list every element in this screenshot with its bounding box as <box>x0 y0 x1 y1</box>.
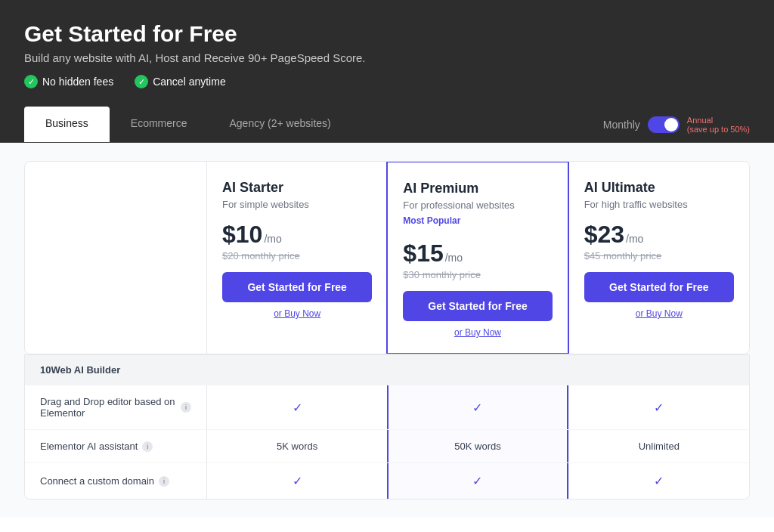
check-icon-1-ultimate: ✓ <box>654 401 664 415</box>
no-fees-label: No hidden fees <box>42 76 113 88</box>
features-table: 10Web AI Builder Drag and Drop editor ba… <box>24 354 750 500</box>
feature-val-1-ultimate: ✓ <box>568 385 749 429</box>
badge-cancel-anytime: ✓ Cancel anytime <box>135 75 226 88</box>
header-section: Get Started for Free Build any website w… <box>0 0 774 107</box>
ultimate-buy-now[interactable]: or Buy Now <box>584 308 734 319</box>
starter-name: AI Starter <box>222 180 372 196</box>
feature-val-3-ultimate: ✓ <box>568 463 749 499</box>
no-fees-check-icon: ✓ <box>24 75 38 88</box>
header-subtitle: Build any website with AI, Host and Rece… <box>24 51 750 64</box>
plan-starter-header: AI Starter For simple websites $10 /mo $… <box>207 162 387 334</box>
starter-cta-button[interactable]: Get Started for Free <box>222 272 372 302</box>
plan-premium-header: AI Premium For professional websites Mos… <box>388 162 567 353</box>
feature-row-3: Connect a custom domain i ✓ ✓ ✓ <box>25 462 749 499</box>
ultimate-period: /mo <box>626 233 643 245</box>
starter-price: $10 <box>222 221 262 249</box>
page-title: Get Started for Free <box>24 21 750 47</box>
monthly-label: Monthly <box>603 119 640 131</box>
features-col-header <box>25 162 206 354</box>
most-popular-badge: Most Popular <box>403 215 552 226</box>
feature-label-1: Drag and Drop editor based on Elementor … <box>25 385 206 429</box>
pricing-section: AI Starter For simple websites $10 /mo $… <box>0 143 774 518</box>
tabs-bar: Business Ecommerce Agency (2+ websites) … <box>0 107 774 143</box>
feature-category-row: 10Web AI Builder <box>25 354 749 385</box>
ultimate-price-row: $23 /mo <box>584 221 734 249</box>
badges-row: ✓ No hidden fees ✓ Cancel anytime <box>24 75 750 88</box>
check-icon-3-premium: ✓ <box>472 474 482 488</box>
feature-row-1: Drag and Drop editor based on Elementor … <box>25 385 749 429</box>
check-icon-1-premium: ✓ <box>472 401 482 415</box>
feature-val-2-premium: 50K words <box>387 430 568 462</box>
feature-row-2: Elementor AI assistant i 5K words 50K wo… <box>25 429 749 462</box>
feature-val-2-starter: 5K words <box>206 430 387 462</box>
toggle-knob <box>664 118 678 131</box>
premium-buy-now[interactable]: or Buy Now <box>403 327 552 338</box>
feature-val-1-starter: ✓ <box>206 385 387 429</box>
feature-val-1-premium: ✓ <box>387 385 568 429</box>
badge-no-hidden-fees: ✓ No hidden fees <box>24 75 113 88</box>
check-icon-1-starter: ✓ <box>293 401 302 415</box>
plan-premium: AI Premium For professional websites Mos… <box>386 161 568 354</box>
ultimate-original-price: $45 monthly price <box>584 250 734 261</box>
pricing-grid: AI Starter For simple websites $10 /mo $… <box>24 161 750 354</box>
starter-buy-now[interactable]: or Buy Now <box>222 308 372 319</box>
premium-cta-button[interactable]: Get Started for Free <box>403 291 552 321</box>
ultimate-cta-button[interactable]: Get Started for Free <box>584 272 734 302</box>
tab-agency[interactable]: Agency (2+ websites) <box>209 107 352 142</box>
billing-toggle: Monthly Annual (save up to 50%) <box>603 116 750 134</box>
premium-tagline: For professional websites <box>403 200 552 211</box>
cancel-check-icon: ✓ <box>135 75 148 88</box>
plan-tabs: Business Ecommerce Agency (2+ websites) <box>24 107 603 142</box>
feature-val-3-starter: ✓ <box>206 463 387 499</box>
annual-label-block: Annual (save up to 50%) <box>687 116 750 134</box>
ultimate-name: AI Ultimate <box>584 180 734 196</box>
info-icon-3[interactable]: i <box>159 476 169 487</box>
starter-tagline: For simple websites <box>222 199 372 210</box>
billing-toggle-switch[interactable] <box>648 116 680 133</box>
premium-period: /mo <box>445 252 463 264</box>
starter-price-row: $10 /mo <box>222 221 372 249</box>
plan-starter: AI Starter For simple websites $10 /mo $… <box>206 162 387 354</box>
premium-price-row: $15 /mo <box>403 240 552 268</box>
tab-business[interactable]: Business <box>24 107 110 142</box>
tab-ecommerce[interactable]: Ecommerce <box>110 107 209 142</box>
feature-val-2-ultimate: Unlimited <box>568 430 749 462</box>
premium-name: AI Premium <box>403 181 552 196</box>
check-icon-3-ultimate: ✓ <box>654 474 664 488</box>
info-icon-2[interactable]: i <box>142 441 153 452</box>
info-icon-1[interactable]: i <box>181 402 191 413</box>
feature-label-2: Elementor AI assistant i <box>25 430 206 462</box>
plan-ultimate-header: AI Ultimate For high traffic websites $2… <box>569 162 749 334</box>
cancel-label: Cancel anytime <box>153 76 226 88</box>
premium-price: $15 <box>403 240 443 268</box>
plan-ultimate: AI Ultimate For high traffic websites $2… <box>568 162 749 354</box>
feature-val-3-premium: ✓ <box>387 463 568 499</box>
annual-note: (save up to 50%) <box>687 125 750 134</box>
annual-label: Annual (save up to 50%) <box>687 116 750 134</box>
premium-original-price: $30 monthly price <box>403 269 552 280</box>
feature-category-label: 10Web AI Builder <box>25 355 749 385</box>
ultimate-price: $23 <box>584 221 624 249</box>
ultimate-tagline: For high traffic websites <box>584 199 734 210</box>
check-icon-3-starter: ✓ <box>293 474 302 488</box>
starter-period: /mo <box>264 233 281 245</box>
starter-original-price: $20 monthly price <box>222 250 372 261</box>
feature-label-3: Connect a custom domain i <box>25 463 206 499</box>
